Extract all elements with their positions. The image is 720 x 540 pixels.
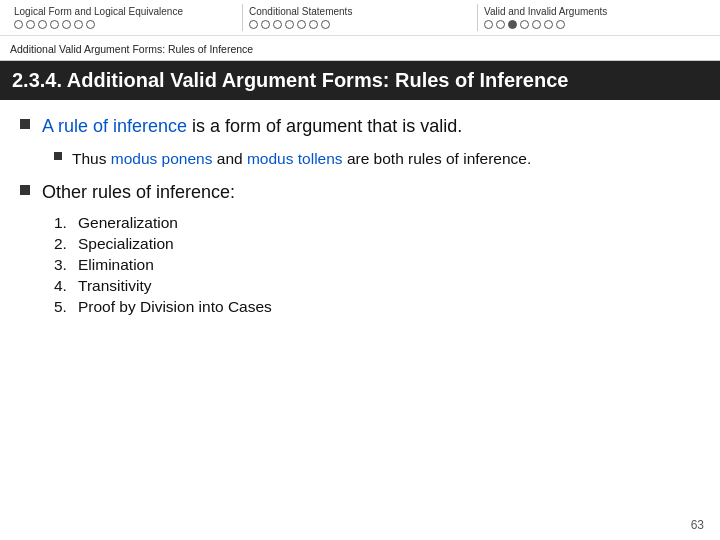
dot	[556, 20, 565, 29]
subtitle-text: Additional Valid Argument Forms: Rules o…	[10, 43, 253, 55]
num-text-1: Generalization	[78, 214, 178, 232]
list-item: 4. Transitivity	[54, 277, 700, 295]
dot	[86, 20, 95, 29]
num-text-5: Proof by Division into Cases	[78, 298, 272, 316]
highlight-rule-of-inference: A rule of inference	[42, 116, 187, 136]
dot	[249, 20, 258, 29]
dot	[532, 20, 541, 29]
bullet-square-2	[20, 185, 30, 195]
nav-section-valid-invalid: Valid and Invalid Arguments	[478, 4, 712, 31]
top-nav: Logical Form and Logical Equivalence Con…	[0, 0, 720, 36]
bullet-item-1: A rule of inference is a form of argumen…	[20, 114, 700, 139]
page-number: 63	[691, 518, 704, 532]
dot	[297, 20, 306, 29]
dot	[273, 20, 282, 29]
list-item: 3. Elimination	[54, 256, 700, 274]
dot	[38, 20, 47, 29]
bullet-square-1	[20, 119, 30, 129]
list-item: 5. Proof by Division into Cases	[54, 298, 700, 316]
subtitle-bar: Additional Valid Argument Forms: Rules o…	[0, 36, 720, 61]
list-item: 2. Specialization	[54, 235, 700, 253]
dot	[261, 20, 270, 29]
content-area: A rule of inference is a form of argumen…	[0, 100, 720, 329]
dot	[74, 20, 83, 29]
sub-bullet-item-1: Thus modus ponens and modus tollens are …	[54, 147, 700, 170]
nav-dots-1	[14, 20, 236, 29]
dot-filled	[508, 20, 517, 29]
nav-section-logical-form: Logical Form and Logical Equivalence	[8, 4, 243, 31]
dot	[62, 20, 71, 29]
num-text-3: Elimination	[78, 256, 154, 274]
sub-bullet-square-1	[54, 152, 62, 160]
dot	[14, 20, 23, 29]
dot	[309, 20, 318, 29]
bullet-item-2: Other rules of inference:	[20, 180, 700, 205]
num-label-4: 4.	[54, 277, 78, 295]
nav-section-conditional: Conditional Statements	[243, 4, 478, 31]
nav-title-3: Valid and Invalid Arguments	[484, 6, 706, 17]
num-label-5: 5.	[54, 298, 78, 316]
bullet-text-2: Other rules of inference:	[42, 180, 235, 205]
num-text-2: Specialization	[78, 235, 174, 253]
highlight-modus-tollens: modus tollens	[247, 150, 343, 167]
bullet-text-1: A rule of inference is a form of argumen…	[42, 114, 462, 139]
dot	[496, 20, 505, 29]
dot	[520, 20, 529, 29]
nav-title-1: Logical Form and Logical Equivalence	[14, 6, 236, 17]
dot	[50, 20, 59, 29]
sub-bullet-container-1: Thus modus ponens and modus tollens are …	[54, 147, 700, 170]
dot	[26, 20, 35, 29]
dot	[544, 20, 553, 29]
main-title: 2.3.4. Additional Valid Argument Forms: …	[12, 69, 568, 91]
dot	[321, 20, 330, 29]
nav-dots-3	[484, 20, 706, 29]
sub-bullet-text-1: Thus modus ponens and modus tollens are …	[72, 147, 531, 170]
dot	[484, 20, 493, 29]
num-text-4: Transitivity	[78, 277, 152, 295]
numbered-list: 1. Generalization 2. Specialization 3. E…	[54, 214, 700, 316]
bullet1-rest: is a form of argument that is valid.	[187, 116, 462, 136]
list-item: 1. Generalization	[54, 214, 700, 232]
dot	[285, 20, 294, 29]
nav-dots-2	[249, 20, 471, 29]
main-title-bar: 2.3.4. Additional Valid Argument Forms: …	[0, 61, 720, 100]
highlight-modus-ponens: modus ponens	[111, 150, 213, 167]
num-label-1: 1.	[54, 214, 78, 232]
num-label-3: 3.	[54, 256, 78, 274]
nav-title-2: Conditional Statements	[249, 6, 471, 17]
num-label-2: 2.	[54, 235, 78, 253]
